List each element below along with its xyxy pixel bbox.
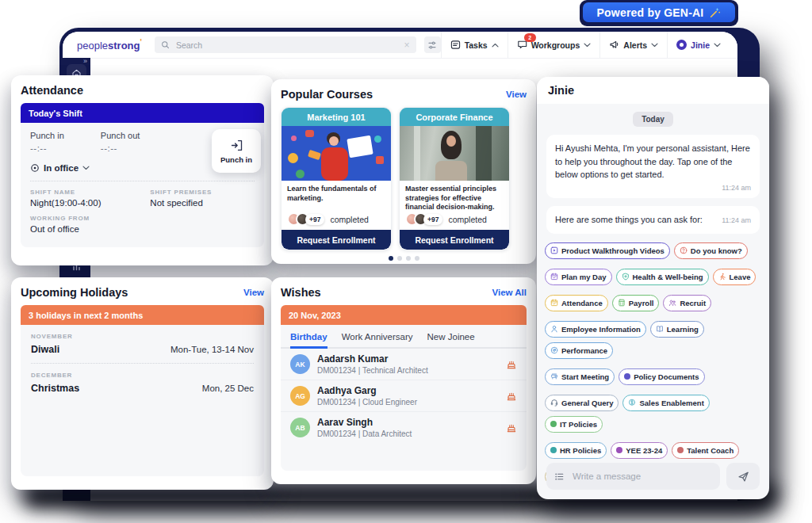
play-icon [550, 246, 558, 254]
course-tile[interactable]: Marketing 101 Learn the fundamentals of … [281, 107, 392, 250]
wish-row[interactable]: AG Aadhya Garg DM001234 | Cloud Engineer [281, 380, 527, 412]
wishes-title: Wishes [281, 286, 321, 299]
punch-in-label: Punch in [30, 131, 64, 140]
search-input[interactable] [174, 40, 400, 51]
nav-workgroups[interactable]: 2 Workgroups [508, 32, 600, 58]
search-icon [161, 40, 170, 49]
chip-learning[interactable]: Learning [650, 321, 704, 338]
punch-in-value: --:-- [30, 143, 64, 153]
completed-label: completed [448, 215, 486, 224]
tab-new-joinee[interactable]: New Joinee [427, 332, 475, 347]
people-icon [668, 299, 676, 307]
shift-premises-block: SHIFT PREMISES Not specified [150, 189, 255, 208]
shift-premises-label: SHIFT PREMISES [150, 189, 255, 196]
chip-leave[interactable]: Leave [713, 269, 756, 285]
chip-performance[interactable]: Performance [545, 342, 613, 359]
chip-product-walkthrough-videos[interactable]: Product Walkthrough Videos [545, 242, 670, 259]
clear-search-icon[interactable]: × [404, 40, 410, 50]
wishes-view-all-link[interactable]: View All [492, 288, 527, 297]
course-description: Master essential principles strategies f… [405, 185, 504, 212]
calendar-icon [550, 273, 558, 281]
carousel-dot[interactable] [406, 256, 411, 261]
jinie-greeting-bubble: Hi Ayushi Mehta, I'm your personal assis… [546, 135, 760, 198]
carousel-dot-active[interactable] [389, 256, 393, 261]
chip-do-you-know[interactable]: Do you know? [674, 242, 748, 259]
birthday-cake-icon[interactable] [506, 391, 517, 402]
popular-courses-card: Popular Courses View Marketing 101 Learn… [271, 79, 536, 264]
work-location-value: In office [44, 163, 79, 173]
chip-payroll[interactable]: Payroll [612, 295, 660, 311]
prompt-text: Here are some things you can ask for: [555, 213, 703, 227]
tab-birthday[interactable]: Birthday [290, 332, 327, 349]
chip-talent-coach[interactable]: Talent Coach [672, 442, 739, 459]
courses-title: Popular Courses [281, 88, 373, 101]
message-input[interactable] [571, 471, 712, 482]
chip-plan-my-day[interactable]: Plan my Day [545, 269, 612, 285]
wishes-tabs: Birthday Work Anniversary New Joinee [281, 325, 527, 349]
nav-tasks[interactable]: Tasks [441, 32, 508, 58]
holidays-banner: 3 holidays in next 2 months [21, 305, 264, 325]
course-illustration [282, 126, 391, 181]
nav-tasks-label: Tasks [465, 40, 488, 50]
target-icon [550, 346, 558, 354]
course-tile[interactable]: Corporate Finance Master essential princ… [399, 107, 510, 250]
punch-in-block: Punch in --:-- [30, 131, 64, 153]
avatar: AG [290, 386, 310, 406]
chip-employee-information[interactable]: Employee Information [545, 321, 646, 338]
list-icon[interactable] [554, 471, 565, 482]
send-button[interactable] [726, 463, 760, 490]
punch-out-block: Punch out --:-- [101, 131, 140, 153]
request-enrollment-button[interactable]: Request Enrollment [282, 230, 391, 250]
nav-alerts[interactable]: Alerts [599, 32, 667, 58]
holidays-title: Upcoming Holidays [21, 286, 128, 299]
chip-recruit[interactable]: Recruit [663, 295, 711, 311]
punch-in-button[interactable]: Punch in [212, 129, 261, 173]
wish-row[interactable]: AB Aarav Singh DM001234 | Data Architect [281, 412, 527, 443]
shift-name-label: SHIFT NAME [30, 189, 150, 196]
course-photo [400, 126, 509, 181]
chip-yee-23-24[interactable]: YEE 23-24 [611, 442, 668, 459]
holiday-group: NOVEMBER Diwali Mon-Tue, 13-14 Nov [31, 333, 254, 355]
chip-attendance[interactable]: Attendance [545, 295, 608, 311]
birthday-cake-icon[interactable] [506, 422, 517, 433]
avatar: AK [290, 354, 310, 374]
attendance-panel: Punch in --:-- Punch out --:-- Punch in … [21, 123, 264, 247]
message-input-wrap[interactable] [546, 463, 720, 490]
holiday-row: Diwali Mon-Tue, 13-14 Nov [31, 344, 254, 355]
chevron-down-icon [82, 166, 90, 170]
wish-detail: DM001234 | Technical Architect [317, 366, 428, 375]
app-topbar: peoplestrong' × Tasks 2 [63, 32, 737, 59]
magic-wand-icon [709, 6, 721, 18]
request-enrollment-button[interactable]: Request Enrollment [400, 230, 509, 250]
walking-person-icon [718, 273, 726, 281]
jinie-quick-actions: Product Walkthrough Videos Do you know? … [537, 234, 769, 494]
tab-work-anniversary[interactable]: Work Anniversary [342, 332, 413, 347]
search-filter-button[interactable] [424, 36, 441, 53]
completed-label: completed [330, 215, 368, 224]
holiday-month: DECEMBER [31, 372, 254, 379]
birthday-cake-icon[interactable] [506, 359, 517, 370]
nav-jinie[interactable]: Jinie [667, 32, 730, 58]
peoplestrong-logo[interactable]: peoplestrong' [77, 38, 142, 52]
courses-view-link[interactable]: View [506, 90, 527, 99]
nav-jinie-label: Jinie [691, 40, 710, 50]
carousel-dot[interactable] [415, 256, 419, 261]
dot-icon [550, 421, 557, 427]
chevron-up-icon [492, 43, 499, 48]
carousel-dot[interactable] [397, 256, 402, 261]
holiday-month: NOVEMBER [31, 333, 254, 340]
chip-hr-policies[interactable]: HR Policies [545, 442, 607, 459]
chip-health-well-being[interactable]: Health & Well-being [616, 269, 709, 285]
chip-policy-documents[interactable]: Policy Documents [619, 368, 704, 385]
course-name: Corporate Finance [400, 108, 509, 126]
wish-row[interactable]: AK Aadarsh Kumar DM001234 | Technical Ar… [281, 349, 527, 380]
holidays-view-link[interactable]: View [243, 288, 264, 297]
chip-sales-enablement[interactable]: Sales Enablement [622, 395, 709, 411]
expand-sidebar-icon[interactable]: » [83, 57, 87, 65]
chip-it-policies[interactable]: IT Policies [545, 416, 603, 433]
global-search[interactable]: × [155, 36, 416, 53]
chip-start-meeting[interactable]: Start Meeting [545, 368, 615, 385]
chip-general-query[interactable]: General Query [545, 395, 619, 411]
calculator-icon [618, 299, 626, 307]
chevron-down-icon [584, 43, 591, 48]
